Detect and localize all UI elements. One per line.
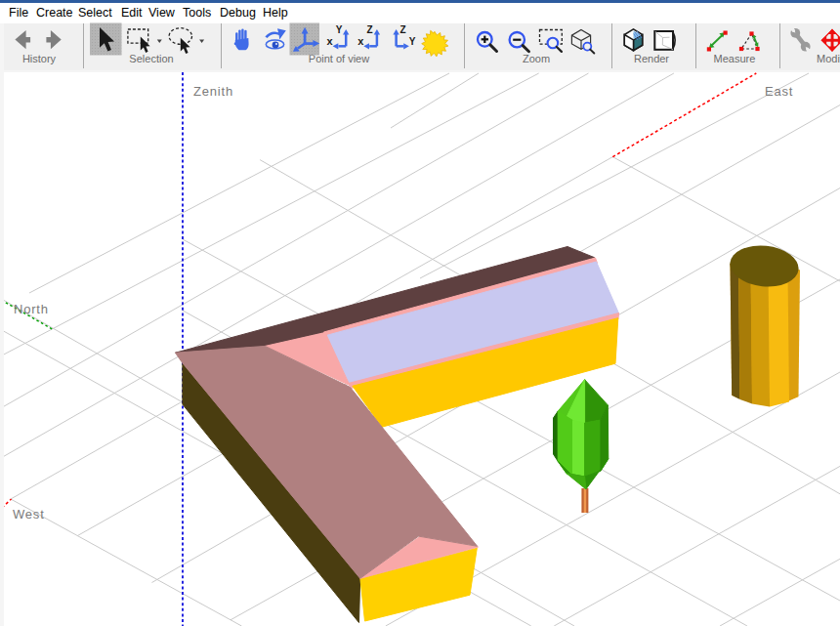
svg-text:x: x	[357, 35, 364, 47]
svg-text:Y: Y	[409, 36, 416, 47]
svg-text:Y: Y	[336, 24, 343, 35]
svg-text:Z: Z	[367, 24, 373, 35]
svg-text:Z: Z	[400, 24, 406, 35]
svg-text:North: North	[14, 302, 49, 316]
svg-text:Zenith: Zenith	[193, 84, 233, 99]
svg-text:West: West	[13, 507, 45, 522]
svg-text:East: East	[765, 84, 793, 99]
svg-text:x: x	[327, 35, 334, 47]
